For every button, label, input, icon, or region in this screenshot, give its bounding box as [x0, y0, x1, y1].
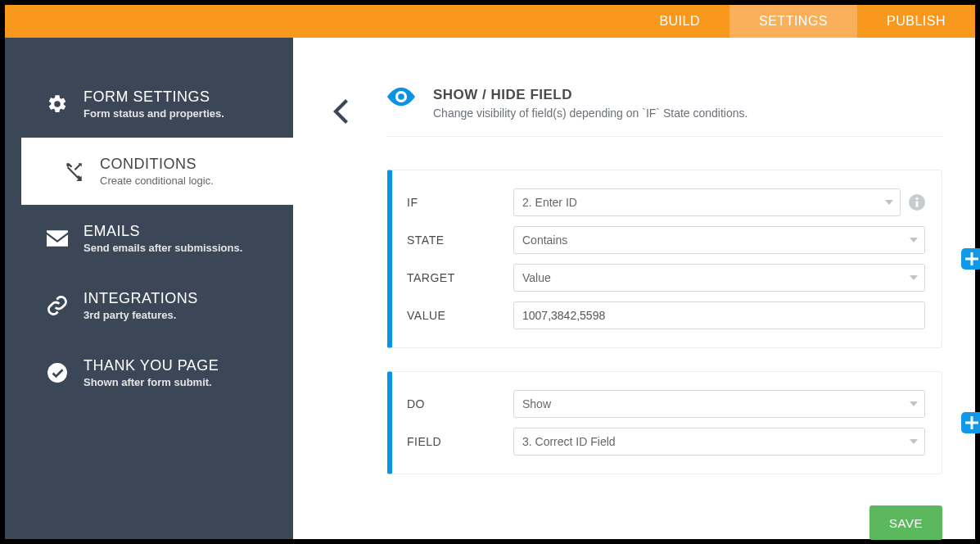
add-action-button[interactable] — [961, 412, 980, 433]
caret-down-icon — [903, 428, 924, 455]
svg-point-4 — [915, 197, 918, 200]
caret-down-icon — [878, 189, 900, 215]
caret-down-icon — [903, 227, 924, 253]
target-select[interactable]: Value — [513, 264, 925, 292]
svg-rect-3 — [916, 202, 919, 207]
envelope-icon — [41, 230, 74, 247]
condition-title: SHOW / HIDE FIELD — [433, 87, 747, 103]
do-action-block: DO Show FIELD — [387, 371, 942, 474]
sidebar-item-sub: Shown after form submit. — [84, 376, 219, 388]
do-label: DO — [407, 397, 513, 410]
state-value: Contains — [522, 233, 567, 247]
eye-icon — [387, 87, 415, 110]
sidebar-item-integrations[interactable]: INTEGRATIONS 3rd party features. — [5, 272, 293, 339]
sidebar-item-label: CONDITIONS — [100, 156, 214, 173]
info-icon[interactable] — [909, 194, 925, 211]
shuffle-icon — [57, 161, 90, 182]
condition-subtitle: Change visibility of field(s) depending … — [433, 107, 747, 120]
save-button[interactable]: SAVE — [869, 505, 942, 540]
back-button[interactable] — [332, 99, 350, 523]
sidebar-item-label: THANK YOU PAGE — [84, 357, 219, 374]
add-condition-button[interactable] — [961, 248, 980, 270]
settings-sidebar: FORM SETTINGS Form status and properties… — [5, 38, 293, 539]
gear-icon — [41, 93, 74, 115]
sidebar-item-conditions[interactable]: CONDITIONS Create conditional logic. — [21, 138, 293, 205]
caret-down-icon — [903, 391, 924, 417]
sidebar-item-sub: Form status and properties. — [84, 107, 224, 120]
sidebar-item-thank-you[interactable]: THANK YOU PAGE Shown after form submit. — [5, 339, 293, 406]
sidebar-item-emails[interactable]: EMAILS Send emails after submissions. — [5, 205, 293, 272]
value-input-wrapper — [513, 301, 925, 329]
field-select[interactable]: 3. Correct ID Field — [513, 428, 925, 456]
field-value: 3. Correct ID Field — [522, 435, 616, 448]
chevron-left-icon — [332, 99, 350, 124]
if-label: IF — [407, 196, 513, 209]
sidebar-item-sub: Create conditional logic. — [100, 175, 214, 187]
top-tab-bar: BUILD SETTINGS PUBLISH — [5, 5, 975, 38]
sidebar-item-label: EMAILS — [84, 223, 242, 240]
state-label: STATE — [407, 233, 513, 247]
value-label: VALUE — [407, 309, 513, 322]
plus-icon — [965, 416, 978, 429]
link-icon — [41, 294, 74, 317]
plus-icon — [965, 252, 978, 265]
if-field-select[interactable]: 2. Enter ID — [513, 188, 901, 216]
sidebar-item-sub: 3rd party features. — [84, 309, 198, 321]
tab-build[interactable]: BUILD — [630, 5, 729, 38]
if-condition-block: IF 2. Enter ID — [387, 170, 942, 348]
sidebar-item-form-settings[interactable]: FORM SETTINGS Form status and properties… — [5, 70, 293, 138]
field-label: FIELD — [407, 435, 513, 448]
sidebar-item-label: INTEGRATIONS — [84, 290, 198, 307]
sidebar-item-label: FORM SETTINGS — [84, 88, 224, 106]
target-label: TARGET — [407, 271, 513, 284]
if-field-value: 2. Enter ID — [522, 196, 577, 209]
target-value: Value — [522, 271, 551, 284]
svg-point-1 — [398, 93, 404, 100]
do-select[interactable]: Show — [513, 390, 925, 418]
value-input[interactable] — [522, 302, 901, 329]
do-value: Show — [522, 397, 551, 410]
tab-publish[interactable]: PUBLISH — [857, 5, 975, 38]
caret-down-icon — [903, 265, 924, 291]
tab-settings[interactable]: SETTINGS — [729, 5, 857, 38]
condition-header: SHOW / HIDE FIELD Change visibility of f… — [387, 87, 942, 137]
state-select[interactable]: Contains — [513, 226, 925, 254]
content-panel: SHOW / HIDE FIELD Change visibility of f… — [293, 38, 975, 539]
check-circle-icon — [41, 362, 74, 383]
sidebar-item-sub: Send emails after submissions. — [84, 242, 242, 254]
svg-point-0 — [47, 363, 67, 383]
